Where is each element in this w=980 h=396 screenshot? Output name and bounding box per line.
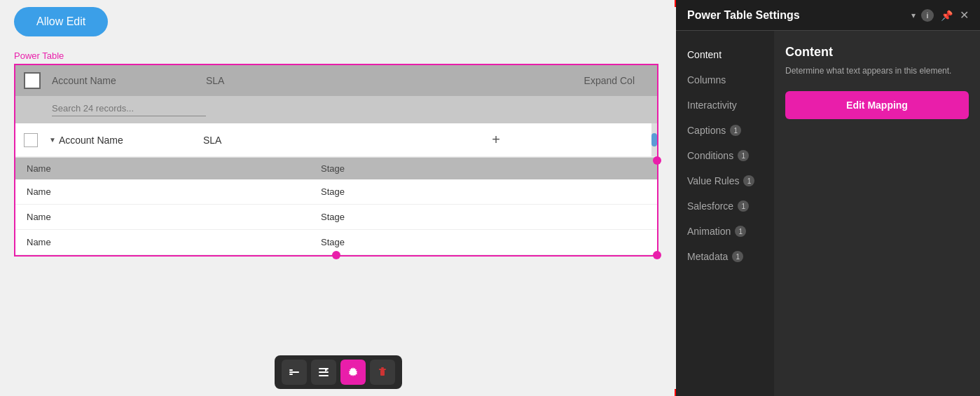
resize-handle-right[interactable] <box>653 156 661 165</box>
row-sla: SLA <box>203 135 343 146</box>
sub-row-stage-2: Stage <box>321 212 646 222</box>
content-section-title: Content <box>785 45 969 60</box>
sub-table-row: Name Stage <box>15 179 657 205</box>
settings-content-area: Content Determine what text appears in t… <box>774 31 980 396</box>
nav-item-interactivity[interactable]: Interactivity <box>676 93 774 118</box>
svg-rect-3 <box>319 368 329 369</box>
element-toolbar <box>275 355 402 389</box>
salesforce-badge: 1 <box>738 200 749 212</box>
table-row: ▼ Account Name SLA + <box>15 123 657 157</box>
settings-panel: Power Table Settings ▾ i 📌 ✕ Content Col… <box>676 0 980 396</box>
settings-panel-title: Power Table Settings <box>687 9 907 22</box>
row-checkbox[interactable] <box>24 133 38 147</box>
collapse-icon <box>289 367 300 378</box>
nav-item-metadata[interactable]: Metadata 1 <box>676 244 774 269</box>
nav-item-salesforce[interactable]: Salesforce 1 <box>676 193 774 219</box>
svg-rect-1 <box>289 369 293 371</box>
settings-close-button[interactable]: ✕ <box>960 8 969 22</box>
row-expand-plus[interactable]: + <box>343 132 649 148</box>
sub-header-stage: Stage <box>321 163 646 174</box>
toolbar-settings-button[interactable] <box>340 360 366 385</box>
power-table: Account Name SLA Expand Col ▼ Account Na… <box>14 64 658 257</box>
trash-icon <box>377 367 388 378</box>
power-table-label: Power Table <box>14 50 662 61</box>
toolbar-delete-button[interactable] <box>370 360 395 385</box>
dropdown-arrow-icon: ▼ <box>49 136 56 144</box>
sub-table: Name Stage Name Stage Name Stage Name St… <box>15 157 657 255</box>
nav-item-captions[interactable]: Captions 1 <box>676 118 774 143</box>
sub-row-name-1: Name <box>27 186 321 197</box>
table-header-row: Account Name SLA Expand Col <box>15 65 657 96</box>
conditions-badge: 1 <box>738 150 749 161</box>
svg-rect-4 <box>319 371 329 373</box>
sub-row-stage-1: Stage <box>321 186 646 197</box>
header-checkbox[interactable] <box>24 72 41 89</box>
row-account-name: ▼ Account Name <box>49 135 203 146</box>
nav-item-value-rules[interactable]: Value Rules 1 <box>676 168 774 193</box>
svg-rect-5 <box>319 375 329 376</box>
sub-row-stage-3: Stage <box>321 237 646 247</box>
svg-rect-2 <box>289 374 293 375</box>
expand-icon <box>318 367 329 378</box>
value-rules-badge: 1 <box>743 175 754 186</box>
canvas-area: Allow Edit Power Table Account Name SLA … <box>0 0 676 396</box>
toolbar-expand-button[interactable] <box>311 360 336 385</box>
settings-info-icon: i <box>921 9 934 22</box>
header-account-name: Account Name <box>52 75 206 86</box>
toolbar-collapse-button[interactable] <box>282 360 307 385</box>
sub-row-name-3: Name <box>27 237 321 247</box>
settings-panel-header: Power Table Settings ▾ i 📌 ✕ <box>676 0 980 31</box>
svg-rect-10 <box>381 367 384 369</box>
captions-badge: 1 <box>730 125 741 136</box>
scrollbar-track[interactable] <box>651 123 657 156</box>
nav-item-content[interactable]: Content <box>676 42 774 67</box>
animation-badge: 1 <box>735 226 746 237</box>
header-expand-col: Expand Col <box>346 75 649 86</box>
settings-dropdown-icon[interactable]: ▾ <box>911 11 916 20</box>
settings-panel-body: Content Columns Interactivity Captions 1… <box>676 31 980 396</box>
svg-rect-8 <box>380 370 385 376</box>
resize-handle-corner[interactable] <box>653 251 661 259</box>
search-row <box>15 96 657 123</box>
metadata-badge: 1 <box>732 251 743 262</box>
scrollbar-thumb <box>651 133 657 146</box>
nav-item-animation[interactable]: Animation 1 <box>676 219 774 244</box>
gear-icon <box>347 367 359 378</box>
nav-item-columns[interactable]: Columns <box>676 67 774 93</box>
search-input[interactable] <box>52 103 206 116</box>
header-sla: SLA <box>206 75 346 86</box>
settings-nav: Content Columns Interactivity Captions 1… <box>676 31 774 396</box>
sub-table-header: Name Stage <box>15 158 657 179</box>
allow-edit-button[interactable]: Allow Edit <box>14 7 108 36</box>
sub-table-row: Name Stage <box>15 205 657 230</box>
svg-rect-9 <box>379 369 386 370</box>
svg-rect-0 <box>289 371 299 373</box>
resize-handle-bottom[interactable] <box>332 251 340 259</box>
sub-header-name: Name <box>27 163 321 174</box>
sub-row-name-2: Name <box>27 212 321 222</box>
edit-mapping-button[interactable]: Edit Mapping <box>785 91 969 119</box>
settings-pin-icon[interactable]: 📌 <box>941 10 953 21</box>
nav-item-conditions[interactable]: Conditions 1 <box>676 143 774 168</box>
content-section-description: Determine what text appears in this elem… <box>785 65 969 77</box>
